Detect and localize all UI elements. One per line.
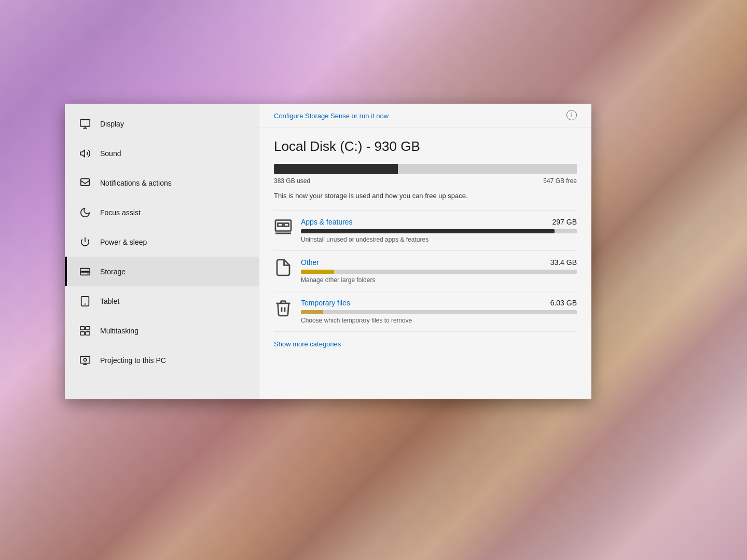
other-size: 33.4 GB [550, 258, 577, 267]
projecting-icon [79, 355, 91, 366]
temp-files-bar-container [301, 310, 577, 314]
temp-files-info: Temporary files 6.03 GB Choose which tem… [301, 299, 577, 324]
svg-point-9 [88, 273, 89, 274]
sidebar: Display Sound Notifications & actions [65, 104, 259, 399]
sidebar-item-notifications[interactable]: Notifications & actions [65, 168, 259, 198]
sidebar-label-display: Display [100, 120, 124, 128]
other-bar-container [301, 270, 577, 274]
sidebar-item-projecting[interactable]: Projecting to this PC [65, 345, 259, 375]
svg-rect-6 [80, 268, 90, 271]
svg-marker-3 [80, 150, 85, 157]
info-button[interactable]: i [566, 110, 577, 120]
temp-files-desc: Choose which temporary files to remove [301, 317, 577, 324]
sidebar-label-projecting: Projecting to this PC [100, 356, 166, 365]
sidebar-item-power-sleep[interactable]: Power & sleep [65, 227, 259, 257]
sidebar-label-focus-assist: Focus assist [100, 208, 141, 217]
svg-rect-7 [80, 272, 90, 275]
temp-files-bar [301, 310, 323, 314]
tablet-icon [79, 296, 91, 307]
sidebar-item-storage[interactable]: Storage [65, 257, 259, 286]
svg-rect-0 [80, 119, 90, 126]
category-temp-files: Temporary files 6.03 GB Choose which tem… [274, 291, 577, 331]
category-apps-features: Apps & features 297 GB Uninstall unused … [274, 210, 577, 250]
other-name[interactable]: Other [301, 258, 319, 267]
category-other: Other 33.4 GB Manage other large folders [274, 250, 577, 291]
svg-point-19 [84, 358, 87, 361]
display-icon [79, 118, 91, 130]
svg-rect-21 [278, 223, 283, 227]
sidebar-label-storage: Storage [100, 268, 126, 276]
main-content: Configure Storage Sense or run it now i … [259, 104, 591, 399]
usage-labels: 383 GB used 547 GB free [274, 177, 577, 185]
show-more-categories-link[interactable]: Show more categories [274, 331, 577, 352]
other-header: Other 33.4 GB [301, 258, 577, 267]
apps-features-size: 297 GB [552, 218, 577, 226]
other-desc: Manage other large folders [301, 276, 577, 284]
apps-features-desc: Uninstall unused or undesired apps & fea… [301, 236, 577, 243]
svg-rect-13 [86, 326, 90, 329]
power-icon [79, 236, 91, 248]
other-info: Other 33.4 GB Manage other large folders [301, 258, 577, 284]
sound-icon [79, 148, 91, 159]
notifications-icon [79, 177, 91, 189]
free-label: 547 GB free [543, 177, 577, 185]
svg-rect-14 [80, 331, 85, 334]
svg-rect-12 [80, 326, 85, 329]
apps-features-name[interactable]: Apps & features [301, 218, 353, 226]
usage-bar-fill [274, 164, 398, 174]
sidebar-label-tablet: Tablet [100, 297, 119, 305]
disk-title: Local Disk (C:) - 930 GB [274, 138, 577, 155]
sidebar-item-focus-assist[interactable]: Focus assist [65, 198, 259, 227]
apps-features-bar-container [301, 229, 577, 233]
svg-rect-4 [81, 178, 90, 185]
other-bar [301, 270, 334, 274]
focus-assist-icon [79, 207, 91, 218]
sidebar-item-multitasking[interactable]: Multitasking [65, 316, 259, 345]
sidebar-item-display[interactable]: Display [65, 109, 259, 138]
temp-files-header: Temporary files 6.03 GB [301, 299, 577, 307]
usage-desc: This is how your storage is used and how… [274, 192, 577, 200]
apps-features-header: Apps & features 297 GB [301, 218, 577, 226]
apps-features-info: Apps & features 297 GB Uninstall unused … [301, 218, 577, 243]
temp-files-icon [274, 299, 293, 317]
sidebar-item-tablet[interactable]: Tablet [65, 286, 259, 316]
svg-rect-16 [80, 356, 90, 363]
sidebar-label-sound: Sound [100, 149, 121, 158]
temp-files-size: 6.03 GB [550, 299, 577, 307]
settings-window: Display Sound Notifications & actions [65, 104, 591, 399]
svg-rect-22 [284, 223, 289, 227]
apps-features-icon [274, 218, 293, 236]
storage-icon [79, 266, 91, 277]
sidebar-label-multitasking: Multitasking [100, 327, 139, 335]
sidebar-item-sound[interactable]: Sound [65, 138, 259, 168]
configure-storage-link[interactable]: Configure Storage Sense or run it now [274, 112, 389, 120]
temp-files-name[interactable]: Temporary files [301, 299, 350, 307]
svg-rect-15 [86, 331, 90, 334]
used-label: 383 GB used [274, 177, 310, 185]
sidebar-label-power: Power & sleep [100, 238, 147, 246]
disk-section: Local Disk (C:) - 930 GB 383 GB used 547… [259, 128, 591, 357]
apps-features-bar [301, 229, 555, 233]
sidebar-label-notifications: Notifications & actions [100, 179, 172, 187]
svg-point-8 [88, 269, 89, 270]
usage-bar-container [274, 164, 577, 174]
other-icon [274, 258, 293, 277]
multitasking-icon [79, 325, 91, 337]
